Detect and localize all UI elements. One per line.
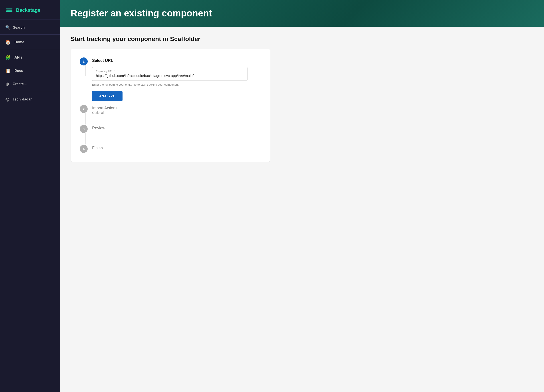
sidebar-top-divider: [0, 19, 60, 20]
sidebar-nav: 🏠 Home 🧩 APIs 📋 Docs ⊕ Create... ◎ Tech …: [0, 35, 60, 106]
stepper-card: 1 Select URL Repository URL * Enter the …: [71, 49, 270, 162]
content-subtitle: Start tracking your component in Scaffol…: [71, 35, 533, 43]
step-3-number: 3: [83, 127, 85, 131]
step-4-badge: 4: [80, 145, 88, 153]
sidebar-item-tech-radar-label: Tech Radar: [13, 97, 32, 101]
url-input-group[interactable]: Repository URL *: [92, 67, 248, 81]
sidebar-item-home-label: Home: [14, 40, 24, 44]
step-2-subtitle: Optional: [92, 111, 261, 114]
apis-icon: 🧩: [5, 55, 11, 60]
url-input-label: Repository URL *: [96, 70, 244, 73]
sidebar-item-apis-label: APIs: [14, 55, 22, 59]
step-3-left: 3: [80, 124, 88, 144]
content-area: Start tracking your component in Scaffol…: [60, 27, 544, 392]
logo-text: Backstage: [16, 7, 40, 13]
step-1-row: 1 Select URL Repository URL * Enter the …: [80, 57, 261, 103]
svg-rect-0: [6, 11, 12, 12]
svg-rect-1: [6, 10, 12, 11]
sidebar-item-create[interactable]: ⊕ Create...: [0, 77, 60, 91]
search-label: Search: [13, 25, 25, 29]
create-icon: ⊕: [5, 82, 9, 87]
analyze-button[interactable]: ANALYZE: [92, 91, 123, 101]
step-2-connector: [85, 113, 86, 124]
step-3-title: Review: [92, 126, 261, 130]
step-1-title: Select URL: [92, 58, 261, 63]
step-4-title: Finish: [92, 146, 261, 150]
home-icon: 🏠: [5, 40, 11, 45]
svg-rect-2: [6, 8, 12, 9]
sidebar: Backstage 🔍 Search 🏠 Home 🧩 APIs 📋 Docs …: [0, 0, 60, 392]
search-icon: 🔍: [5, 25, 10, 30]
sidebar-item-home[interactable]: 🏠 Home: [0, 35, 60, 49]
tech-radar-icon: ◎: [5, 97, 9, 102]
step-2-left: 2: [80, 105, 88, 124]
docs-icon: 📋: [5, 68, 11, 73]
repository-url-input[interactable]: [96, 74, 244, 78]
step-2-number: 2: [83, 107, 85, 111]
sidebar-search-item[interactable]: 🔍 Search: [0, 22, 60, 34]
step-2-row: 2 Import Actions Optional: [80, 105, 261, 124]
nav-divider-2: [0, 92, 60, 92]
sidebar-item-apis[interactable]: 🧩 APIs: [0, 51, 60, 64]
step-3-connector: [85, 133, 86, 144]
step-1-connector: [85, 65, 86, 76]
sidebar-logo: Backstage: [0, 0, 60, 19]
step-2-content: Import Actions Optional: [92, 105, 261, 116]
step-1-number: 1: [83, 60, 85, 64]
main-content: Register an existing component Start tra…: [60, 0, 544, 392]
sidebar-item-create-label: Create...: [13, 82, 27, 86]
backstage-logo-icon: [5, 6, 13, 14]
step-4-left: 4: [80, 144, 88, 153]
step-4-content: Finish: [92, 144, 261, 152]
step-3-content: Review: [92, 124, 261, 132]
step-1-badge: 1: [80, 58, 88, 65]
sidebar-search-divider: [0, 34, 60, 35]
url-input-hint: Enter the full path to your entity file …: [92, 83, 261, 86]
nav-divider-1: [0, 50, 60, 50]
sidebar-item-docs-label: Docs: [14, 69, 23, 73]
page-header: Register an existing component: [60, 0, 544, 27]
step-2-badge: 2: [80, 105, 88, 113]
step-1-left: 1: [80, 57, 88, 76]
step-1-content: Select URL Repository URL * Enter the fu…: [92, 57, 261, 103]
sidebar-item-docs[interactable]: 📋 Docs: [0, 64, 60, 77]
step-3-row: 3 Review: [80, 124, 261, 144]
step-4-number: 4: [83, 147, 85, 151]
step-2-title: Import Actions: [92, 106, 261, 111]
step-4-row: 4 Finish: [80, 144, 261, 153]
page-title: Register an existing component: [71, 8, 212, 19]
sidebar-item-tech-radar[interactable]: ◎ Tech Radar: [0, 93, 60, 106]
step-3-badge: 3: [80, 125, 88, 133]
